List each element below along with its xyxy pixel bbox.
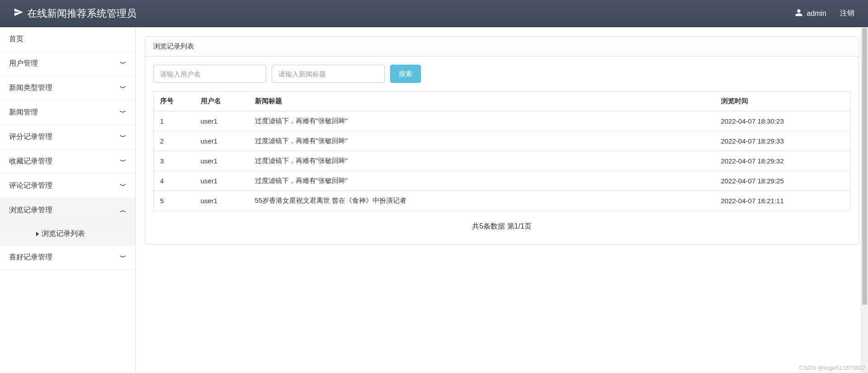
cell-seq: 4: [154, 171, 194, 191]
user-menu[interactable]: admin: [795, 9, 826, 19]
col-user: 用户名: [194, 91, 249, 111]
sidebar-item-0[interactable]: 首页: [0, 27, 135, 52]
cell-user: user1: [194, 151, 249, 171]
table-row: 2user1过度滤镜下，再难有"张敏回眸"2022-04-07 18:29:33: [154, 131, 850, 151]
chevron-down-icon: ﹀: [120, 182, 126, 190]
sidebar-item-label: 评分记录管理: [9, 132, 52, 142]
sidebar-item-5[interactable]: 收藏记录管理﹀: [0, 149, 135, 174]
col-seq: 序号: [154, 91, 194, 111]
search-button[interactable]: 搜索: [390, 65, 421, 83]
cell-time: 2022-04-07 18:29:32: [715, 151, 850, 171]
cell-user: user1: [194, 171, 249, 191]
table-row: 4user1过度滤镜下，再难有"张敏回眸"2022-04-07 18:29:25: [154, 171, 850, 191]
cell-title: 过度滤镜下，再难有"张敏回眸": [249, 131, 715, 151]
col-title: 新闻标题: [249, 91, 715, 111]
cell-seq: 2: [154, 131, 194, 151]
chevron-down-icon: ﹀: [120, 109, 126, 117]
sidebar-item-1[interactable]: 用户管理﹀: [0, 52, 135, 76]
sidebar-item-label: 新闻管理: [9, 108, 38, 117]
news-title-input[interactable]: [272, 65, 385, 83]
sidebar-subitem-label: 浏览记录列表: [42, 229, 85, 239]
chevron-down-icon: ﹀: [120, 60, 126, 68]
table-row: 1user1过度滤镜下，再难有"张敏回眸"2022-04-07 18:30:23: [154, 111, 850, 131]
scrollbar-thumb[interactable]: [862, 28, 867, 305]
cell-time: 2022-04-07 18:29:25: [715, 171, 850, 191]
data-table: 序号 用户名 新闻标题 浏览时间 1user1过度滤镜下，再难有"张敏回眸"20…: [153, 91, 850, 211]
triangle-right-icon: [36, 232, 39, 236]
cell-title: 过度滤镜下，再难有"张敏回眸": [249, 151, 715, 171]
col-time: 浏览时间: [715, 91, 850, 111]
sidebar-item-7[interactable]: 浏览记录管理︿: [0, 198, 135, 223]
top-navbar: 在线新闻推荐系统管理员 admin 注销: [0, 0, 868, 27]
panel-title: 浏览记录列表: [145, 37, 859, 57]
sidebar-item-4[interactable]: 评分记录管理﹀: [0, 125, 135, 149]
cell-title: 过度滤镜下，再难有"张敏回眸": [249, 171, 715, 191]
cell-time: 2022-04-07 18:30:23: [715, 111, 850, 131]
content-area: 浏览记录列表 搜索 序号 用户名 新闻标题 浏览时间: [136, 27, 868, 373]
app-brand[interactable]: 在线新闻推荐系统管理员: [14, 7, 137, 20]
logout-link[interactable]: 注销: [840, 9, 854, 18]
sidebar-item-2[interactable]: 新闻类型管理﹀: [0, 76, 135, 100]
sidebar-item-8[interactable]: 喜好记录管理﹀: [0, 245, 135, 270]
sidebar-item-label: 新闻类型管理: [9, 83, 52, 93]
cell-seq: 5: [154, 191, 194, 211]
watermark: CSDN @linge511873822: [799, 364, 865, 371]
chevron-up-icon: ︿: [120, 206, 126, 215]
sidebar-item-label: 用户管理: [9, 59, 38, 68]
chevron-down-icon: ﹀: [120, 253, 126, 262]
cell-title: 过度滤镜下，再难有"张敏回眸": [249, 111, 715, 131]
cell-time: 2022-04-07 18:21:11: [715, 191, 850, 211]
panel: 浏览记录列表 搜索 序号 用户名 新闻标题 浏览时间: [145, 36, 859, 244]
chevron-down-icon: ﹀: [120, 84, 126, 92]
cell-user: user1: [194, 191, 249, 211]
cell-seq: 3: [154, 151, 194, 171]
cell-seq: 1: [154, 111, 194, 131]
chevron-down-icon: ﹀: [120, 133, 126, 141]
search-bar: 搜索: [153, 65, 850, 83]
app-title: 在线新闻推荐系统管理员: [27, 7, 137, 20]
cell-time: 2022-04-07 18:29:33: [715, 131, 850, 151]
sidebar-subitem-7-0[interactable]: 浏览记录列表: [0, 223, 135, 245]
cell-user: user1: [194, 131, 249, 151]
table-row: 3user1过度滤镜下，再难有"张敏回眸"2022-04-07 18:29:32: [154, 151, 850, 171]
user-icon: [795, 9, 803, 19]
chevron-down-icon: ﹀: [120, 158, 126, 166]
scrollbar[interactable]: [861, 27, 868, 373]
sidebar-item-label: 浏览记录管理: [9, 206, 52, 215]
table-row: 5user155岁香港女星祝文君离世 曾在《食神》中扮演记者2022-04-07…: [154, 191, 850, 211]
username-label: admin: [807, 10, 826, 18]
sidebar-item-3[interactable]: 新闻管理﹀: [0, 100, 135, 125]
sidebar-item-label: 收藏记录管理: [9, 157, 52, 166]
sidebar-item-6[interactable]: 评论记录管理﹀: [0, 174, 135, 198]
sidebar-item-label: 喜好记录管理: [9, 253, 52, 262]
sidebar-item-label: 评论记录管理: [9, 181, 52, 191]
cell-title: 55岁香港女星祝文君离世 曾在《食神》中扮演记者: [249, 191, 715, 211]
table-header-row: 序号 用户名 新闻标题 浏览时间: [154, 91, 850, 111]
navbar-right: admin 注销: [795, 9, 854, 19]
cell-user: user1: [194, 111, 249, 131]
username-input[interactable]: [153, 65, 266, 83]
paper-plane-icon: [14, 7, 24, 20]
sidebar: 首页用户管理﹀新闻类型管理﹀新闻管理﹀评分记录管理﹀收藏记录管理﹀评论记录管理﹀…: [0, 27, 136, 373]
sidebar-item-label: 首页: [9, 34, 24, 44]
pagination-info: 共5条数据 第1/1页: [153, 211, 850, 236]
